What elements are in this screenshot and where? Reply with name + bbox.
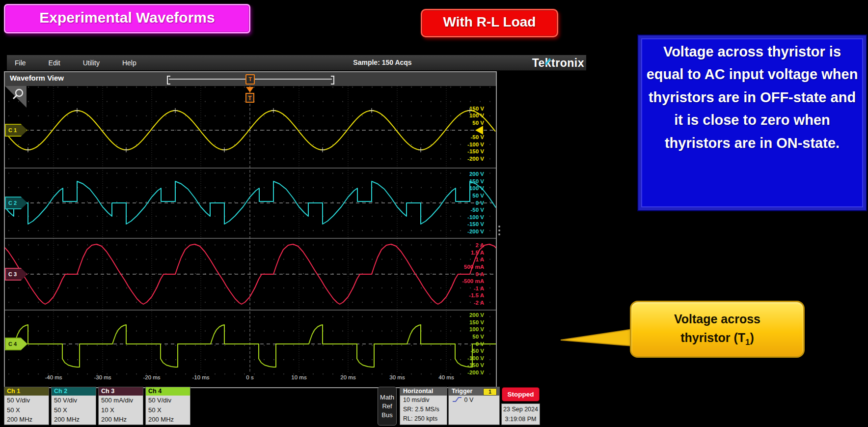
axis-label: 50 V (450, 193, 484, 199)
channel-box-ch1[interactable]: Ch 150 V/div50 X200 MHz (4, 387, 49, 425)
menu-item-utility[interactable]: Utility (81, 59, 102, 67)
slider-right-bracket (331, 76, 334, 85)
axis-label: -50 V (450, 207, 484, 213)
axis-label: 0 A (450, 271, 484, 278)
axis-label: 150 V (450, 178, 484, 185)
horizontal-title: Horizontal (400, 387, 447, 396)
axis-label: -150 V (450, 148, 484, 155)
horizontal-scale: 10 ms/div (400, 396, 447, 405)
svg-text:T: T (248, 95, 252, 102)
menu-items: FileEditUtilityHelp (13, 55, 138, 70)
channel-setting: 200 MHz (52, 415, 96, 425)
channel-box-header: Ch 1 (4, 387, 49, 396)
trigger-title: Trigger 1 (449, 387, 499, 396)
axis-label: 1.5 A (450, 250, 484, 256)
axis-label: 200 V (450, 312, 484, 318)
channel-setting: 200 MHz (4, 415, 49, 425)
channel-setting: 200 MHz (146, 415, 190, 425)
sample-rate: SR: 2.5 MS/s (400, 405, 447, 414)
axis-label: -2 A (450, 300, 484, 306)
axis-label: 1 A (450, 256, 484, 263)
axis-label: -100 V (450, 142, 484, 148)
callout-tail (560, 314, 633, 354)
axis-label: -200 V (450, 228, 484, 235)
axis-label: -100 V (450, 214, 484, 221)
axis-label: -50 V (450, 348, 484, 354)
axis-label: -150 V (450, 221, 484, 228)
ch1-position-arrow[interactable] (475, 126, 483, 135)
thyristor-info-box: Voltage across thyristor is equal to AC … (638, 35, 866, 210)
channel-setting: 10 X (99, 405, 143, 415)
callout-subscript: 1 (745, 338, 750, 347)
load-type-label: With R-L Load (421, 9, 558, 37)
channel-box-ch4[interactable]: Ch 450 V/div50 X200 MHz (145, 387, 190, 425)
trigger-settings[interactable]: Trigger 1 0 V (448, 387, 500, 425)
acquisition-status: Sample: 150 Acqs (301, 55, 463, 70)
axis-label: 50 V (450, 334, 484, 340)
bus-button[interactable]: Bus (378, 411, 396, 420)
channel-setting: 50 X (4, 405, 49, 415)
waveform-traces: T (5, 86, 496, 386)
callout-line1: Voltage across (674, 312, 760, 326)
acquisition-stopped-button[interactable]: Stopped (502, 388, 539, 401)
time-label: 40 ms (429, 374, 463, 380)
axis-label: 150 V (450, 319, 484, 326)
date: 23 Sep 2024 (502, 404, 540, 414)
callout-line2: thyristor (T (680, 331, 745, 344)
channel-setting: 50 V/div (146, 396, 190, 405)
menu-bar: FileEditUtilityHelp Sample: 150 Acqs Tek… (7, 55, 586, 71)
axis-label: -150 V (450, 362, 484, 369)
trigger-level-row: 0 V (449, 396, 499, 405)
math-button[interactable]: Math (378, 393, 396, 402)
axis-label: 50 V (450, 120, 484, 126)
axis-label: -1 A (450, 285, 484, 292)
ref-button[interactable]: Ref (378, 402, 396, 411)
rising-edge-icon (452, 396, 462, 403)
channel-setting: 50 V/div (4, 396, 49, 405)
time: 3:19:08 PM (502, 414, 540, 424)
waveform-view-tab[interactable]: Waveform View T (5, 72, 496, 86)
channel-box-header: Ch 3 (99, 387, 143, 396)
trigger-position-handle[interactable]: T (245, 74, 255, 85)
axis-label: 500 mA (450, 264, 484, 270)
channel-box-ch2[interactable]: Ch 250 V/div50 X200 MHz (51, 387, 96, 425)
axis-label: 0 V (450, 200, 484, 206)
channel-setting: 50 V/div (52, 396, 96, 405)
time-label: -40 ms (36, 374, 71, 380)
time-label: 30 ms (380, 374, 414, 380)
axis-label: -50 V (450, 134, 484, 141)
menu-item-help[interactable]: Help (120, 59, 138, 67)
math-ref-bus-button[interactable]: Math Ref Bus (378, 387, 397, 426)
axis-label: -100 V (450, 355, 484, 362)
trigger-source-badge: 1 (483, 388, 497, 396)
axis-label: 100 V (450, 185, 484, 192)
channel-setting: 200 MHz (99, 415, 143, 425)
axis-label: 150 V (450, 106, 484, 112)
zoom-icon[interactable] (5, 86, 27, 108)
thyristor-callout: Voltage across thyristor (T1) (630, 301, 805, 358)
menu-item-edit[interactable]: Edit (47, 59, 62, 67)
tektronix-logo: Tektronix (532, 56, 584, 70)
channel-box-header: Ch 4 (146, 387, 190, 396)
panel-drag-handle[interactable] (498, 224, 501, 238)
horizontal-settings[interactable]: Horizontal 10 ms/div SR: 2.5 MS/s RL: 25… (400, 387, 447, 425)
axis-label: -200 V (450, 156, 484, 162)
time-label: 20 ms (331, 374, 365, 380)
channel-setting: 50 X (146, 405, 190, 415)
time-label: -30 ms (85, 374, 120, 380)
axis-label: -1.5 A (450, 292, 484, 299)
axis-label: 100 V (450, 113, 484, 119)
trigger-level: 0 V (464, 397, 473, 403)
menu-item-file[interactable]: File (13, 59, 28, 67)
channel-box-ch3[interactable]: Ch 3500 mA/div10 X200 MHz (98, 387, 143, 425)
axis-label: 2 A (450, 242, 484, 249)
channel-setting: 500 mA/div (99, 396, 143, 405)
axis-label: 0 V (450, 341, 484, 347)
trace-c4 (14, 325, 496, 367)
record-length: RL: 250 kpts (400, 414, 447, 424)
time-label: 0 s (233, 374, 267, 380)
time-label: -10 ms (184, 374, 218, 380)
channel-box-header: Ch 2 (52, 387, 96, 396)
axis-label: -500 mA (450, 278, 484, 285)
waveform-view-title: Waveform View (10, 74, 64, 82)
